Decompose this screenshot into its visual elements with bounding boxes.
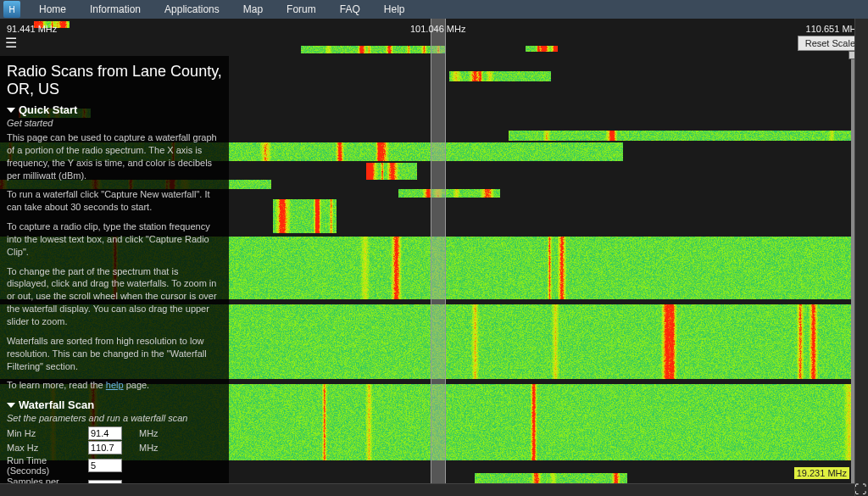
control-sidebar: Radio Scans from Lane County, OR, US Qui… bbox=[0, 56, 229, 496]
waterfall-10[interactable] bbox=[273, 199, 337, 233]
quick-start-sub: Get started bbox=[7, 118, 222, 128]
freq-label-left: 91.441 MHz bbox=[7, 24, 57, 34]
freq-label-right: 110.651 MHz bbox=[806, 24, 861, 34]
chevron-down-icon bbox=[7, 108, 15, 113]
qs-p5: Waterfalls are sorted from high resoluti… bbox=[7, 335, 222, 373]
menu-toggle-icon[interactable]: ☰ bbox=[5, 37, 17, 49]
nav-applications[interactable]: Applications bbox=[153, 0, 231, 19]
page-title: Radio Scans from Lane County, OR, US bbox=[7, 63, 222, 98]
waterfall-stage[interactable]: 91.441 MHz 101.046 MHz 110.651 MHz Reset… bbox=[0, 19, 868, 496]
qs-p4: To change the part of the spectrum that … bbox=[7, 265, 222, 328]
nav-forum[interactable]: Forum bbox=[275, 0, 328, 19]
nav-map[interactable]: Map bbox=[231, 0, 275, 19]
qs-p2: To run a waterfall click "Capture New wa… bbox=[7, 188, 222, 214]
waterfall-1[interactable] bbox=[301, 46, 445, 53]
min-hz-label: Min Hz bbox=[7, 428, 88, 438]
chevron-down-icon bbox=[7, 403, 15, 408]
nav-home[interactable]: Home bbox=[27, 0, 78, 19]
waterfall-9[interactable] bbox=[398, 189, 500, 198]
horizontal-scrollbar[interactable] bbox=[0, 483, 854, 496]
runtime-input[interactable] bbox=[88, 459, 122, 472]
waterfall-7[interactable] bbox=[366, 163, 417, 180]
frequency-span-label: 19.231 MHz bbox=[794, 467, 849, 479]
min-hz-input[interactable] bbox=[88, 426, 122, 440]
scan-sub: Set the parameters and run a waterfall s… bbox=[7, 413, 222, 423]
quick-start-header[interactable]: Quick Start bbox=[7, 103, 222, 116]
waterfall-scan-header[interactable]: Waterfall Scan bbox=[7, 398, 222, 411]
waterfall-14[interactable] bbox=[475, 473, 627, 483]
max-hz-label: Max Hz bbox=[7, 443, 88, 453]
freq-label-center: 101.046 MHz bbox=[410, 24, 465, 34]
waterfall-5[interactable] bbox=[509, 131, 852, 141]
max-hz-input[interactable] bbox=[88, 441, 122, 454]
help-link[interactable]: help bbox=[106, 380, 124, 390]
top-navbar: H HomeInformationApplicationsMapForumFAQ… bbox=[0, 0, 868, 19]
qs-p1: This page can be used to capture a water… bbox=[7, 131, 222, 181]
fullscreen-icon[interactable]: ⛶ bbox=[854, 482, 866, 494]
waterfall-3[interactable] bbox=[449, 71, 551, 81]
site-logo[interactable]: H bbox=[3, 1, 20, 18]
waterfall-2[interactable] bbox=[526, 46, 558, 52]
reset-scale-button[interactable]: Reset Scale bbox=[798, 36, 863, 51]
nav-faq[interactable]: FAQ bbox=[328, 0, 372, 19]
nav-information[interactable]: Information bbox=[78, 0, 153, 19]
runtime-label: Run Time (Seconds) bbox=[7, 455, 88, 476]
qs-p6: To learn more, read the help page. bbox=[7, 379, 222, 392]
nav-help[interactable]: Help bbox=[372, 0, 417, 19]
qs-p3: To capture a radio clip, type the statio… bbox=[7, 220, 222, 259]
frequency-cursor[interactable] bbox=[431, 19, 446, 483]
vertical-scrollbar[interactable] bbox=[854, 19, 868, 496]
